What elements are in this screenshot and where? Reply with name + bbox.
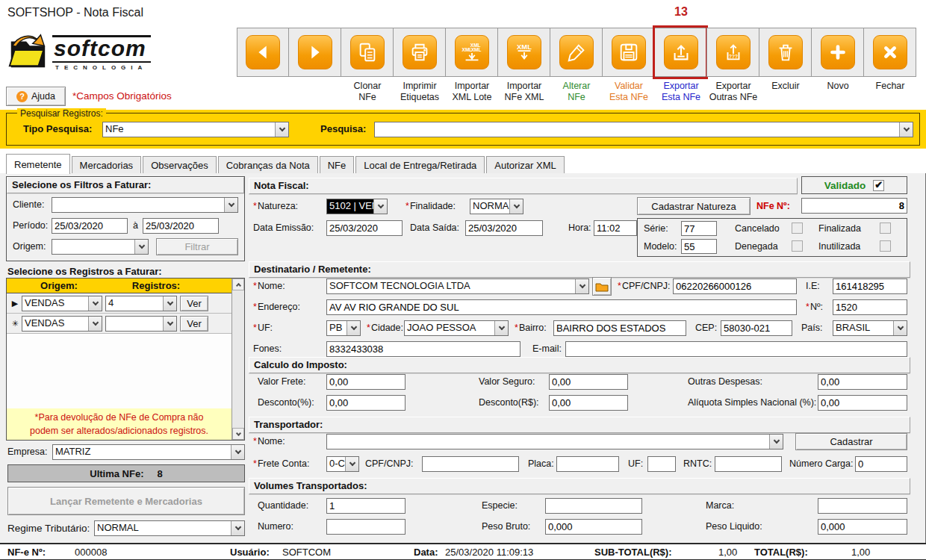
outras-despesas-input[interactable] (818, 374, 907, 390)
tab-autorizar-xml[interactable]: Autorizar XML (486, 156, 564, 174)
peso-bruto-input[interactable] (545, 519, 642, 535)
cpf-cnpj-input[interactable] (673, 279, 797, 294)
data-saida-input[interactable] (465, 220, 543, 236)
valor-frete-input[interactable] (326, 374, 405, 390)
row-origem-select[interactable]: VENDAS (22, 296, 102, 311)
ver-button[interactable]: Ver (180, 296, 208, 311)
row-origem-select[interactable]: VENDAS (22, 316, 102, 332)
toolbar: Clonar NFe Imprimir Etiquetas (237, 28, 916, 103)
hora-input[interactable] (594, 220, 637, 236)
valor-seguro-input[interactable] (549, 374, 628, 390)
status-subtotal-label: SUB-TOTAL(R$): (594, 547, 672, 558)
rntc-input[interactable] (715, 456, 782, 472)
numero-vol-input[interactable] (326, 519, 405, 535)
registros-scrollbar[interactable] (232, 279, 244, 440)
outras-despesas-label: Outras Despesas: (688, 376, 762, 387)
finalizada-checkbox[interactable] (880, 223, 891, 234)
filtrar-button[interactable]: Filtrar (156, 238, 238, 255)
ajuda-button[interactable]: ? Ajuda (6, 87, 66, 106)
serie-input[interactable] (681, 221, 717, 236)
frete-conta-select[interactable]: 0-C (326, 456, 359, 472)
situacao-box: Série: Cancelado Finalizada Modelo: Dene… (637, 218, 907, 257)
registros-grid: Origem: Registros: ▶ VENDAS 4 Ve (7, 279, 232, 440)
origem-select[interactable] (52, 239, 149, 255)
excluir-button[interactable] (759, 28, 812, 77)
periodo-from-input[interactable] (52, 218, 128, 234)
previous-button[interactable] (237, 28, 289, 77)
data-emissao-input[interactable] (326, 220, 403, 236)
peso-liquido-input[interactable] (818, 519, 907, 535)
open-cliente-button[interactable] (592, 277, 612, 296)
empresa-select[interactable]: MATRIZ (52, 444, 245, 460)
validar-esta-nfe-button[interactable] (602, 28, 655, 77)
desconto-pct-input[interactable] (326, 395, 405, 411)
tipo-pesquisa-select[interactable]: NFe (102, 122, 289, 137)
numero-carga-input[interactable] (855, 456, 907, 472)
tab-remetente[interactable]: Remetente (6, 154, 70, 174)
lancar-remetente-mercadorias-button[interactable]: Lançar Remetente e Mercadorias (7, 487, 245, 515)
aliquota-input[interactable] (818, 395, 907, 411)
pesquisar-registros-fieldset: Pesquisar Registros: Tipo Pesquisa: NFe … (6, 113, 920, 146)
transp-uf-input[interactable] (647, 456, 676, 472)
next-button[interactable] (288, 28, 341, 77)
clonar-nfe-button[interactable] (341, 28, 394, 77)
periodo-to-input[interactable] (143, 218, 219, 234)
row-registros-select[interactable] (105, 316, 177, 332)
cadastrar-transportador-button[interactable]: Cadastrar (795, 433, 907, 450)
modelo-input[interactable] (681, 239, 717, 254)
ver-button[interactable]: Ver (180, 316, 208, 332)
scroll-up-icon[interactable] (232, 279, 244, 290)
cadastrar-natureza-button[interactable]: Cadastrar Natureza (637, 197, 751, 215)
transp-cpf-input[interactable] (422, 456, 519, 472)
finalidade-select[interactable]: NORMAL (470, 199, 523, 214)
quantidade-input[interactable] (326, 498, 405, 514)
imprimir-etiquetas-button[interactable] (393, 28, 446, 77)
cep-input[interactable] (721, 320, 792, 336)
scroll-down-icon[interactable] (232, 428, 244, 440)
exportar-esta-nfe-button[interactable] (654, 28, 707, 77)
pais-select[interactable]: BRASIL (833, 320, 907, 336)
nfe-numero-input[interactable] (801, 198, 907, 214)
novo-button[interactable] (811, 28, 864, 77)
tab-local-entrega-retirada[interactable]: Local de Entrega/Retirada (355, 156, 485, 174)
inutilizada-checkbox[interactable] (880, 240, 891, 252)
alterar-nfe-button[interactable] (550, 28, 603, 77)
exportar-outras-nfe-button[interactable]: ??? (706, 28, 759, 77)
cliente-select[interactable] (52, 197, 238, 213)
importar-xml-lote-label: Importar XML Lote (446, 81, 498, 103)
tab-nfe[interactable]: NFe (320, 156, 355, 174)
main-panel: Nota Fiscal: Validado *Natureza: 5102 | … (249, 173, 913, 540)
placa-input[interactable] (556, 456, 619, 472)
regime-tributario-select[interactable]: NORMAL (94, 520, 245, 536)
importar-xml-lote-button[interactable]: XML XML XML (445, 28, 498, 77)
fones-input[interactable] (326, 341, 521, 357)
bairro-input[interactable] (553, 320, 686, 336)
chevron-down-icon (163, 317, 176, 331)
tab-mercadorias[interactable]: Mercadorias (72, 156, 142, 174)
periodo-label: Período: (13, 220, 48, 231)
nome-select[interactable]: SOFTCOM TECNOLOGIA LTDA (326, 279, 589, 294)
importar-nfe-xml-button[interactable]: XML (497, 28, 550, 77)
natureza-select[interactable]: 5102 | VEND (326, 199, 388, 214)
endereco-input[interactable] (326, 299, 797, 315)
cidade-select[interactable]: JOAO PESSOA (404, 320, 509, 336)
validado-checkbox[interactable] (873, 180, 884, 191)
exportar-outras-nfe-label: Exportar Outras NFe (707, 81, 759, 103)
tab-cobrancas-da-nota[interactable]: Cobranças da Nota (218, 156, 318, 174)
numero-input[interactable] (833, 299, 907, 315)
tab-observacoes[interactable]: Observações (143, 156, 217, 174)
desconto-rs-input[interactable] (549, 395, 628, 411)
uf-select[interactable]: PB (326, 320, 361, 336)
email-input[interactable] (565, 341, 907, 357)
fechar-button[interactable] (863, 28, 916, 77)
especie-input[interactable] (545, 498, 642, 514)
cancelado-checkbox[interactable] (792, 223, 803, 234)
pesquisa-combobox[interactable] (374, 122, 913, 137)
transportador-nome-select[interactable] (326, 434, 783, 449)
ie-input[interactable] (833, 279, 907, 294)
denegada-checkbox[interactable] (792, 240, 803, 252)
row-registros-select[interactable]: 4 (105, 296, 177, 311)
marca-input[interactable] (818, 498, 907, 514)
hora-label: Hora: (568, 223, 591, 233)
chevron-down-icon (893, 321, 907, 335)
